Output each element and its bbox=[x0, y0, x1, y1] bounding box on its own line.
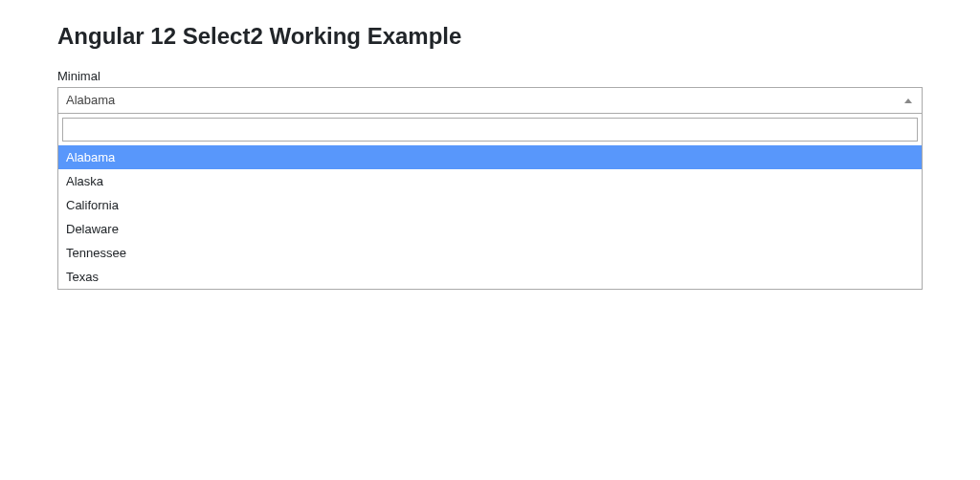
select2-dropdown: AlabamaAlaskaCaliforniaDelawareTennessee… bbox=[57, 114, 923, 290]
option-item[interactable]: Alabama bbox=[58, 145, 922, 169]
field-label-minimal: Minimal bbox=[57, 69, 923, 83]
chevron-up-icon bbox=[899, 91, 918, 110]
select2-search-wrapper bbox=[58, 114, 922, 145]
option-item[interactable]: Alaska bbox=[58, 169, 922, 193]
select2-selected-value: Alabama bbox=[66, 88, 914, 113]
options-list: AlabamaAlaskaCaliforniaDelawareTennessee… bbox=[58, 145, 922, 289]
option-item[interactable]: California bbox=[58, 193, 922, 217]
select2-selection[interactable]: Alabama bbox=[57, 87, 923, 114]
option-item[interactable]: Tennessee bbox=[58, 241, 922, 265]
option-item[interactable]: Texas bbox=[58, 265, 922, 289]
select2-container: Alabama AlabamaAlaskaCaliforniaDelawareT… bbox=[57, 87, 923, 290]
select2-results[interactable]: AlabamaAlaskaCaliforniaDelawareTennessee… bbox=[58, 145, 922, 289]
option-item[interactable]: Delaware bbox=[58, 217, 922, 241]
search-input[interactable] bbox=[62, 118, 918, 142]
page-title: Angular 12 Select2 Working Example bbox=[57, 23, 923, 50]
